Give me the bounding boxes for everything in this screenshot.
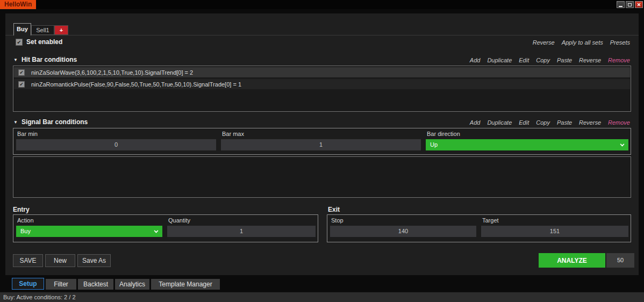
signal-reverse-link[interactable]: Reverse [579, 119, 601, 126]
minimize-button[interactable] [617, 1, 625, 8]
hit-reverse-link[interactable]: Reverse [579, 57, 601, 63]
stop-input[interactable]: 140 [330, 226, 476, 237]
save-as-button[interactable]: Save As [77, 254, 111, 267]
entry-group: Action Buy Quantity 1 [13, 214, 318, 242]
hit-bar-actions: Add Duplicate Edit Copy Paste Reverse Re… [470, 57, 630, 63]
main-panel: Buy Sell1 + ✔ Set enabled Reverse Apply … [5, 13, 639, 275]
target-input[interactable]: 151 [481, 226, 628, 237]
hit-duplicate-link[interactable]: Duplicate [487, 57, 512, 63]
target-label: Target [481, 217, 628, 226]
signal-add-link[interactable]: Add [470, 119, 481, 126]
quantity-label: Quantity [167, 217, 316, 226]
hit-add-link[interactable]: Add [470, 57, 481, 63]
signal-bar-header: ▼ Signal Bar conditions [13, 118, 88, 126]
hit-remove-link[interactable]: Remove [608, 57, 630, 63]
link-reverse-set[interactable]: Reverse [533, 39, 555, 46]
close-icon: ✕ [637, 2, 641, 8]
check-icon: ✔ [19, 70, 24, 75]
link-apply-all-sets[interactable]: Apply to all sets [562, 39, 603, 46]
set-enabled-label: Set enabled [26, 38, 62, 46]
save-button[interactable]: SAVE [13, 254, 43, 267]
hit-bar-title: Hit Bar conditions [22, 56, 77, 63]
signal-copy-link[interactable]: Copy [536, 119, 550, 126]
signal-duplicate-link[interactable]: Duplicate [487, 119, 512, 126]
tab-sell1[interactable]: Sell1 [31, 25, 54, 35]
signal-bar-fields: Bar min 0 Bar max 1 Bar direction Up [13, 128, 631, 155]
action-select[interactable]: Buy [16, 226, 162, 237]
collapse-arrow-icon[interactable]: ▼ [13, 120, 18, 125]
chevron-down-icon [620, 142, 625, 147]
hit-copy-link[interactable]: Copy [536, 57, 550, 63]
set-enabled-checkbox[interactable]: ✔ [16, 39, 23, 46]
signal-edit-link[interactable]: Edit [519, 119, 529, 126]
analyze-button[interactable]: ANALYZE [539, 253, 605, 268]
action-label: Action [16, 217, 162, 226]
condition-row[interactable]: ✔ ninZaSolarWave(3,6,100,2,1,5,10,True,1… [14, 67, 630, 77]
signal-paste-link[interactable]: Paste [557, 119, 572, 126]
condition-checkbox[interactable]: ✔ [18, 81, 25, 88]
signal-bar-actions: Add Duplicate Edit Copy Paste Reverse Re… [470, 119, 630, 126]
condition-text: ninZaSolarWave(3,6,100,2,1,5,10,True,10)… [31, 69, 193, 76]
tab-buy[interactable]: Buy [13, 23, 31, 35]
tab-analytics[interactable]: Analytics [115, 279, 149, 290]
quantity-input[interactable]: 1 [167, 226, 316, 237]
set-actions: Reverse Apply to all sets Presets [533, 39, 630, 46]
hit-edit-link[interactable]: Edit [519, 57, 529, 63]
signal-remove-link[interactable]: Remove [608, 119, 630, 126]
bar-min-input[interactable]: 0 [16, 139, 216, 150]
action-value: Buy [20, 228, 31, 234]
condition-checkbox[interactable]: ✔ [18, 69, 25, 76]
exit-title: Exit [328, 206, 340, 213]
close-button[interactable]: ✕ [635, 1, 643, 8]
stop-label: Stop [330, 217, 476, 226]
bar-direction-select[interactable]: Up [426, 139, 628, 150]
hit-bar-header: ▼ Hit Bar conditions [13, 56, 77, 63]
window-controls: ✕ [617, 1, 643, 8]
window-title: HelloWin [0, 0, 36, 9]
tab-backtest[interactable]: Backtest [78, 279, 113, 290]
maximize-button[interactable] [626, 1, 634, 8]
new-button[interactable]: New [45, 254, 75, 267]
title-bar: HelloWin ✕ [0, 0, 644, 9]
entry-title: Entry [13, 206, 30, 213]
status-bar: Buy: Active conditions: 2 / 2 [0, 292, 644, 302]
status-text: Buy: Active conditions: 2 / 2 [3, 294, 76, 300]
condition-text: ninZaRomantickPulse(False,90,False,50,Tr… [31, 81, 241, 88]
tab-filter[interactable]: Filter [46, 279, 76, 290]
signal-bar-title: Signal Bar conditions [22, 118, 88, 126]
bar-max-label: Bar max [221, 130, 421, 139]
maximize-icon [628, 3, 632, 6]
bar-max-input[interactable]: 1 [221, 139, 421, 150]
minimize-icon [619, 6, 622, 7]
exit-group: Stop 140 Target 151 [327, 214, 631, 242]
tab-setup[interactable]: Setup [12, 278, 44, 290]
bar-direction-value: Up [430, 141, 438, 148]
bar-direction-label: Bar direction [426, 130, 628, 139]
collapse-arrow-icon[interactable]: ▼ [13, 57, 18, 62]
bar-min-label: Bar min [16, 130, 216, 139]
check-icon: ✔ [19, 82, 24, 87]
tab-strip-divider [5, 35, 639, 35]
link-presets[interactable]: Presets [610, 39, 630, 46]
hit-bar-condition-list: ✔ ninZaSolarWave(3,6,100,2,1,5,10,True,1… [13, 66, 631, 112]
signal-bar-condition-list [13, 156, 631, 198]
add-set-tab[interactable]: + [54, 25, 68, 35]
hit-paste-link[interactable]: Paste [557, 57, 572, 63]
check-icon: ✔ [17, 39, 21, 45]
tab-template-manager[interactable]: Template Manager [151, 279, 220, 290]
condition-row[interactable]: ✔ ninZaRomantickPulse(False,90,False,50,… [14, 79, 630, 89]
chevron-down-icon [154, 229, 159, 233]
analyze-param-input[interactable]: 50 [606, 253, 634, 268]
